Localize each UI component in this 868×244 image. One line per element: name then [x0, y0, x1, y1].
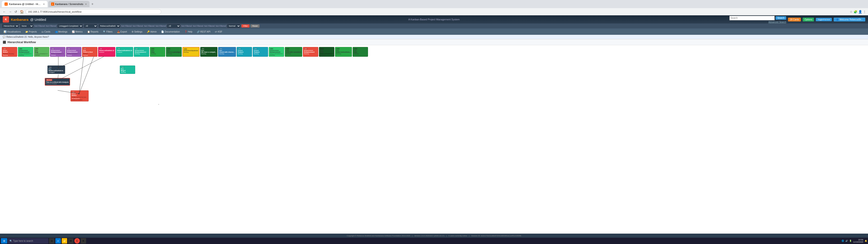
welcome-user[interactable]: 👤 Welcome RebeccaSh... — [834, 18, 865, 22]
footer-separator-3: | — [469, 235, 469, 237]
filter-view-select[interactable]: Hierarchical — [2, 24, 19, 28]
card-epic-instructions[interactable]: 0049 Epic Edits instructions... Backlog — [335, 47, 352, 57]
nav-documentation[interactable]: 📄 Documentation — [159, 30, 182, 34]
nav-metrics[interactable]: 📈 Metrics — [70, 30, 84, 34]
card-type-18: Step — [286, 50, 301, 51]
card-type-21: Epic — [336, 50, 351, 51]
nav-rest-api[interactable]: 🔗 REST API — [195, 30, 212, 34]
card-environment-2[interactable]: 0037 Enhancement Environment-2 Backlog — [134, 47, 149, 57]
footer-separator-1: | — [412, 235, 412, 237]
card-bug-1[interactable]: 0031 Bug Bug RebeccaShafield-0-2 Defined — [34, 47, 49, 57]
card-id-20: 0048 — [320, 48, 323, 50]
card-epic-paradigm[interactable]: 0039 Epic this is a paradigm Backlog — [166, 47, 182, 57]
browser-tab-active[interactable]: K Kanbanara @ Untitled - Hier... ✕ — [2, 1, 48, 7]
card-bug-2[interactable]: 0034 Bug Point & Shot Defined Defined — [82, 47, 97, 57]
tab-close-2[interactable]: ✕ — [85, 3, 87, 5]
card-rebecca-14[interactable]: 0036 RebeccaShafield-14 Analysis — [116, 47, 133, 57]
settings-browser-icon[interactable]: ⋮ — [863, 10, 866, 13]
nav-export[interactable]: 📤 Export — [115, 30, 129, 34]
taskbar-explorer[interactable]: 📁 — [62, 238, 67, 244]
nav-admin[interactable]: 🔑 Admin — [145, 30, 158, 34]
search-button[interactable]: Search — [776, 16, 786, 20]
taskbar-search-box[interactable]: 🔍 Type here to search — [8, 238, 49, 244]
cards-count-button[interactable]: 28 Cards — [788, 18, 801, 22]
card-title-6: Point & Shot — [83, 51, 96, 53]
card-type-13: Epic — [202, 50, 217, 51]
sub-card-untagged[interactable]: 0053 Bug RebeccaShafield-tx Untagged — [48, 65, 65, 74]
card-feature-2[interactable]: 0044 Feature Feature Backlog — [253, 47, 268, 57]
card-defect-1[interactable]: 0005 Defect Defect Research Backlog Back… — [2, 47, 17, 57]
nav-admin-label: Admin — [150, 30, 157, 33]
nav-filters[interactable]: 🔍 Filters — [101, 30, 114, 34]
reset-button[interactable]: Reset — [250, 24, 259, 28]
taskbar-chrome[interactable]: C — [74, 238, 80, 244]
nav-reports[interactable]: 📋 Reports — [86, 30, 100, 34]
taskbar-mail[interactable]: ✉ — [68, 238, 73, 244]
card-enhancement-1[interactable]: 0030 Enhancement Enhancement RebeccaShaf… — [18, 47, 33, 57]
card-status-10: Backlog — [151, 53, 164, 55]
notification-icon[interactable]: 🔔 — [865, 240, 867, 242]
home-button[interactable]: 🏠 — [19, 9, 25, 14]
card-type-6: Bug — [83, 50, 96, 51]
taskbar-edge[interactable]: e — [55, 238, 61, 244]
nav-projects[interactable]: 📁 Projects — [24, 30, 39, 34]
address-bar[interactable]: 192.168.1.77:8081/visuals/hierarchical_w… — [26, 9, 161, 14]
card-step-1[interactable]: 0038 Step Step Backlog — [150, 47, 165, 57]
card-rebecca-13[interactable]: 0035 RebeccaShafield-13 Analysis — [98, 47, 115, 57]
filter-label-5: Not Filtered — [144, 25, 155, 27]
sub-card-defect[interactable]: 0055 Defect Defect Design and find the b… — [70, 90, 89, 101]
forward-button[interactable]: → — [8, 9, 13, 14]
card-feature-1[interactable]: 0043 Feature Feature Backlog — [237, 47, 252, 57]
filter-normal-select[interactable]: Normal — [227, 24, 241, 28]
new-tab-button[interactable]: + — [90, 2, 94, 6]
start-button[interactable]: ⊞ — [1, 238, 7, 244]
card-type-4: Enhancement — [51, 50, 64, 51]
taskbar-task-view[interactable]: ⊡ — [49, 238, 55, 244]
card-epic-last[interactable]: 0050 Epic Epic Backlog — [352, 47, 368, 57]
blocked-card[interactable]: Blocked This is a critical defn Analysis… — [45, 78, 70, 86]
nav-cards[interactable]: 🗂 Cards — [39, 30, 52, 34]
extensions-icon[interactable]: 🧩 — [854, 10, 857, 13]
options-button[interactable]: Options — [803, 18, 814, 22]
filter-user-select[interactable]: RebeccaShafield — [98, 24, 120, 28]
card-enhancement-row[interactable]: 0045 Enhancement Enhancement RebeccaShaf… — [269, 47, 284, 57]
nav-settings[interactable]: ⚙ Settings — [130, 30, 144, 34]
footer-version: Version 2.6.0 20201017 (2020-10-17) — [414, 235, 444, 237]
card-epic-grand[interactable]: 0042 Epic Grand with channe... Backlog — [218, 47, 236, 57]
card-enhancement-2[interactable]: 0032 Enhancement Enhancement RebeccaShaf… — [50, 47, 65, 57]
filter-button[interactable]: Filter — [241, 24, 250, 28]
card-enhancement-3[interactable]: 0033 Enhancement Enhancement RebeccaShaf… — [66, 47, 81, 57]
filter-none-select[interactable]: None — [20, 24, 33, 28]
advanced-search-link[interactable]: Advanced Search — [768, 21, 786, 23]
account-icon[interactable]: 👤 — [858, 10, 862, 13]
toggle-button[interactable]: Toggle/Full-text — [816, 18, 832, 21]
advanced-search-input[interactable] — [730, 16, 775, 20]
card-step-rebecca[interactable]: 0048 Step Step RebeccaShafield-0-4 Backl… — [319, 47, 334, 57]
browser-tab-inactive[interactable]: K Kanbanara / Screenshots ✕ — [49, 1, 90, 7]
bookmark-icon[interactable]: ☆ — [850, 10, 852, 13]
nav-meetings[interactable]: 👥 Meetings — [53, 30, 69, 34]
report-icon: 📋 — [87, 30, 90, 33]
nav-help[interactable]: ❓ Help — [183, 30, 194, 34]
nav-ksf[interactable]: 🏷 KSF — [213, 30, 224, 34]
filter-all2-select[interactable]: All — [167, 24, 180, 28]
reload-button[interactable]: ↺ — [13, 9, 18, 14]
taskbar-app1[interactable]: K — [81, 238, 86, 244]
back-button[interactable]: ← — [2, 9, 7, 14]
card-step-grid[interactable]: 0046 Step Grid with consistent Backlog — [285, 47, 302, 57]
sub-card-title-2: Bug-5 — [121, 70, 134, 72]
card-s0121[interactable]: 0040 S0121Tfoot12pathin2e Backlog — [182, 47, 199, 57]
battery-icon: 🔋 — [849, 240, 852, 242]
filter-status-select[interactable]: Untagged-Completed — [57, 24, 83, 28]
card-title-11: this is a paradigm — [167, 51, 181, 53]
card-title-16: Feature — [254, 51, 267, 53]
filter-hierarchical: Hierarchical — [2, 24, 19, 28]
card-enhancement-red[interactable]: 0047 Enhancement Enhancement Backlog — [303, 47, 318, 57]
sub-defect-type: Defect — [72, 93, 88, 94]
filter-all-select[interactable]: All — [84, 24, 97, 28]
card-epic-compat[interactable]: 0041 Epic We have a compat... Backlog — [200, 47, 218, 57]
card-status-1: Backlog — [3, 55, 16, 56]
tab-close-active[interactable]: ✕ — [43, 3, 45, 5]
nav-visualisations[interactable]: 📊 Visualisations — [2, 30, 23, 34]
sub-card-bug5[interactable]: 0054 Bug Bug-5 Backlog — [120, 65, 135, 74]
